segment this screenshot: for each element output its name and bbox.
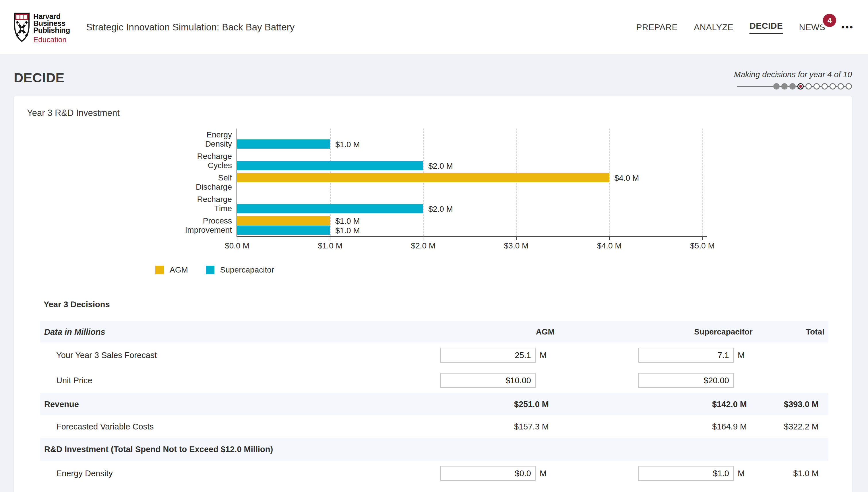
chart-category-label: Energy Density	[163, 130, 232, 149]
column-header-agm: AGM	[536, 327, 555, 337]
decision-card: Year 3 R&D Investment Energy Density$1.0…	[14, 96, 852, 492]
column-header-data-in-millions: Data in Millions	[44, 327, 382, 337]
year-dot-6[interactable]	[814, 83, 820, 90]
chart-category-energy-density: Energy Density$1.0 M	[237, 128, 702, 150]
nav-news[interactable]: NEWS4	[799, 22, 825, 32]
hbp-logo[interactable]: Harvard Business Publishing Education	[14, 13, 70, 44]
input-your-year-3-sales-forecast-supercapacitor[interactable]	[638, 348, 734, 363]
input-your-year-3-sales-forecast-agm[interactable]	[440, 348, 536, 363]
legend-swatch-supercapacitor	[206, 266, 214, 274]
main-area: DECIDE Making decisions for year 4 of 10…	[0, 55, 868, 492]
legend-item-agm: AGM	[155, 265, 188, 274]
top-bar: Harvard Business Publishing Education St…	[0, 0, 868, 55]
cell-total-forecasted-variable-costs: $322.2 M	[784, 422, 824, 432]
bar-supercapacitor-recharge-time	[237, 204, 423, 213]
input-suffix-supercapacitor: M	[738, 469, 753, 478]
input-suffix-agm: M	[540, 469, 555, 478]
legend-label: AGM	[170, 265, 188, 274]
row-label-energy-density: Energy Density	[44, 469, 382, 478]
input-unit-price-supercapacitor[interactable]	[638, 373, 734, 388]
nav-prepare[interactable]: PREPARE	[636, 22, 678, 32]
bar-supercapacitor-process-improvement	[237, 225, 330, 235]
table-row-revenue: Revenue$251.0 M$142.0 M$393.0 M	[40, 393, 828, 415]
cell-agm-revenue: $251.0 M	[514, 400, 555, 409]
simulation-title: Strategic Innovation Simulation: Back Ba…	[86, 22, 294, 33]
bar-supercapacitor-energy-density	[237, 140, 330, 149]
page-title: DECIDE	[14, 70, 65, 96]
chart-legend: AGMSupercapacitor	[155, 265, 839, 274]
legend-swatch-agm	[155, 266, 164, 274]
input-suffix-supercapacitor: M	[738, 350, 753, 360]
input-suffix-agm: M	[540, 350, 555, 360]
news-badge: 4	[823, 14, 836, 27]
row-label-unit-price: Unit Price	[44, 376, 382, 385]
chart-category-label: Recharge Cycles	[163, 152, 232, 170]
legend-label: Supercapacitor	[220, 265, 274, 274]
hbp-logo-text: Harvard Business Publishing Education	[33, 13, 70, 44]
cell-total-energy-density: $1.0 M	[793, 469, 824, 478]
chart-category-recharge-cycles: Recharge Cycles$2.0 M	[237, 150, 702, 172]
cell-agm-your-year-3-sales-forecast: M	[382, 348, 555, 363]
cell-agm-unit-price	[382, 373, 555, 388]
cell-supercapacitor-energy-density: M	[555, 466, 753, 481]
page-head: DECIDE Making decisions for year 4 of 10	[14, 55, 854, 96]
row-label-forecasted-variable-costs: Forecasted Variable Costs	[44, 422, 382, 432]
cell-supercapacitor-revenue: $142.0 M	[712, 400, 753, 409]
chart-category-label: Self Discharge	[163, 173, 232, 192]
hbp-shield-icon	[14, 13, 30, 43]
x-axis-label: $3.0 M	[504, 241, 529, 250]
cell-total-revenue: $393.0 M	[784, 400, 824, 409]
table-header-row: Data in MillionsAGMSupercapacitorTotal	[40, 321, 828, 343]
year-dot-8[interactable]	[829, 83, 836, 90]
year-dot-9[interactable]	[838, 83, 844, 90]
nav-analyze[interactable]: ANALYZE	[694, 22, 733, 32]
rd-investment-chart: Energy Density$1.0 MRecharge Cycles$2.0 …	[26, 128, 839, 274]
cell-supercapacitor-your-year-3-sales-forecast: M	[555, 348, 753, 363]
cell-supercapacitor-forecasted-variable-costs: $164.9 M	[712, 422, 753, 432]
table-row-your-year-3-sales-forecast: Your Year 3 Sales ForecastMM	[40, 343, 828, 368]
chart-category-process-improvement: Process Improvement$1.0 M$1.0 M	[237, 215, 702, 236]
chart-title: Year 3 R&D Investment	[27, 108, 839, 118]
bar-value-label: $2.0 M	[428, 204, 453, 214]
table-row-forecasted-variable-costs: Forecasted Variable Costs$157.3 M$164.9 …	[40, 415, 828, 438]
more-menu-icon[interactable]: •••	[841, 22, 854, 32]
x-axis-label: $4.0 M	[597, 241, 622, 250]
input-unit-price-agm[interactable]	[440, 373, 536, 388]
row-label-your-year-3-sales-forecast: Your Year 3 Sales Forecast	[44, 350, 382, 360]
decisions-table: Data in MillionsAGMSupercapacitorTotalYo…	[40, 321, 828, 486]
section-label: R&D Investment (Total Spend Not to Excee…	[44, 445, 824, 454]
input-energy-density-supercapacitor[interactable]	[638, 466, 734, 481]
x-axis-label: $5.0 M	[690, 241, 715, 250]
row-label-revenue: Revenue	[44, 400, 382, 409]
bar-value-label: $2.0 M	[428, 162, 453, 171]
year-dot-current[interactable]	[797, 83, 804, 90]
legend-item-supercapacitor: Supercapacitor	[206, 265, 274, 274]
nav-decide[interactable]: DECIDE	[749, 21, 783, 34]
decisions-title: Year 3 Decisions	[44, 300, 839, 309]
year-dot-7[interactable]	[821, 83, 828, 90]
bar-agm-self-discharge	[237, 173, 609, 182]
chart-category-recharge-time: Recharge Time$2.0 M	[237, 193, 702, 215]
year-dot-2[interactable]	[781, 83, 788, 90]
logo-education: Education	[33, 35, 70, 44]
cell-supercapacitor-unit-price	[555, 373, 753, 388]
input-energy-density-agm[interactable]	[440, 466, 536, 481]
x-axis-label: $1.0 M	[318, 241, 342, 250]
chart-category-label: Recharge Time	[163, 195, 232, 213]
year-progress-dots	[734, 83, 852, 90]
section-row-r-d-investment-total-spend-not-to-exceed-12-0-million: R&D Investment (Total Spend Not to Excee…	[40, 438, 828, 461]
bar-value-label: $1.0 M	[335, 217, 360, 226]
bar-supercapacitor-recharge-cycles	[237, 161, 423, 170]
table-row-energy-density: Energy DensityMM$1.0 M	[40, 461, 828, 486]
year-dot-5[interactable]	[805, 83, 812, 90]
cell-agm-forecasted-variable-costs: $157.3 M	[514, 422, 555, 432]
year-dot-10[interactable]	[846, 83, 852, 90]
year-dot-1[interactable]	[773, 83, 779, 90]
bar-value-label: $1.0 M	[335, 226, 360, 235]
chart-category-label: Process Improvement	[163, 216, 232, 235]
progress-caption: Making decisions for year 4 of 10	[734, 70, 852, 79]
x-axis-label: $0.0 M	[225, 241, 249, 250]
column-header-supercapacitor: Supercapacitor	[694, 327, 753, 337]
cell-agm-energy-density: M	[382, 466, 555, 481]
year-dot-3[interactable]	[789, 83, 796, 90]
